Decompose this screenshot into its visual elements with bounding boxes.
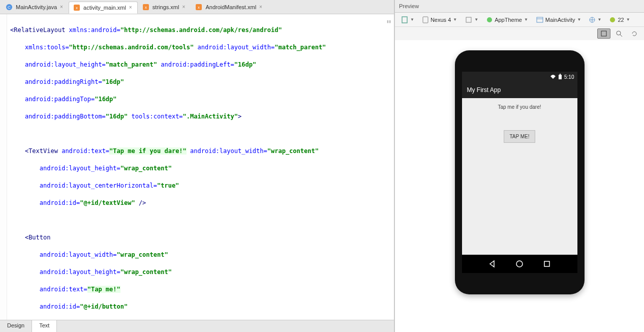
close-icon[interactable]: × <box>259 5 263 9</box>
chevron-down-icon: ▼ <box>626 17 630 22</box>
orientation-icon <box>465 16 472 23</box>
app-bar: My First App <box>462 82 577 98</box>
device-icon <box>422 16 428 23</box>
render-config-button[interactable]: ▼ <box>398 15 417 25</box>
tab-label: strings.xml <box>152 4 179 10</box>
app-content: Tap me if you dare! TAP ME! <box>462 98 577 255</box>
xml-file-icon: x <box>73 4 80 11</box>
svg-text:x: x <box>76 6 78 10</box>
status-bar: 5:10 <box>462 72 577 82</box>
svg-point-23 <box>516 261 523 267</box>
locale-selector[interactable]: ▼ <box>586 15 604 24</box>
wifi-icon <box>550 74 556 79</box>
svg-rect-21 <box>559 75 562 79</box>
chevron-down-icon: ▼ <box>597 17 601 22</box>
orientation-button[interactable]: ▼ <box>462 15 481 25</box>
preview-toolbar: ▼ Nexus 4 ▼ ▼ AppTheme ▼ MainActivity ▼ <box>395 13 644 27</box>
editor-bottom-tabs: Design Text <box>0 320 394 332</box>
svg-rect-10 <box>466 17 471 22</box>
theme-icon <box>486 17 493 23</box>
tab-label: AndroidManifest.xml <box>205 4 256 10</box>
tab-android-manifest-xml[interactable]: x AndroidManifest.xml × <box>191 1 268 13</box>
chevron-down-icon: ▼ <box>410 17 414 22</box>
editor-gutter <box>0 14 7 320</box>
svg-point-19 <box>617 31 621 35</box>
java-file-icon: C <box>6 4 13 11</box>
tab-strings-xml[interactable]: x strings.xml × <box>138 1 191 13</box>
svg-rect-8 <box>402 17 407 23</box>
nav-bar <box>462 255 577 273</box>
svg-rect-22 <box>560 74 561 75</box>
svg-rect-9 <box>423 17 428 23</box>
zoom-fit-button[interactable] <box>597 28 610 39</box>
tab-label: MainActivity.java <box>16 4 57 10</box>
preview-secondary-toolbar <box>395 27 644 40</box>
zoom-icon <box>616 30 623 37</box>
activity-label: MainActivity <box>545 17 575 23</box>
chevron-down-icon: ▼ <box>577 17 581 22</box>
globe-icon <box>589 17 595 23</box>
svg-point-11 <box>487 17 492 22</box>
device-label: Nexus 4 <box>431 17 451 23</box>
device-screen: 5:10 My First App Tap me if you dare! TA… <box>462 72 577 273</box>
code-editor[interactable]: ▮▮ <RelativeLayout xmlns:android="http:/… <box>0 14 394 320</box>
svg-text:x: x <box>198 6 200 9</box>
battery-icon <box>558 74 562 80</box>
app-title: My First App <box>467 86 501 94</box>
status-time: 5:10 <box>564 74 574 80</box>
svg-text:C: C <box>8 5 11 10</box>
nav-home-icon[interactable] <box>515 259 524 268</box>
preview-textview[interactable]: Tap me if you dare! <box>498 104 541 110</box>
tab-label: activity_main.xml <box>83 5 126 11</box>
api-selector[interactable]: 22 ▼ <box>606 15 633 24</box>
chevron-down-icon: ▼ <box>453 17 457 22</box>
activity-icon <box>536 17 543 23</box>
close-icon[interactable]: × <box>129 6 133 10</box>
xml-file-icon: x <box>142 4 149 11</box>
theme-selector[interactable]: AppTheme ▼ <box>483 15 531 24</box>
svg-rect-18 <box>601 31 606 36</box>
refresh-icon <box>631 30 638 37</box>
nav-back-icon[interactable] <box>487 259 497 268</box>
svg-rect-24 <box>544 261 549 266</box>
theme-label: AppTheme <box>495 17 522 23</box>
api-label: 22 <box>618 17 624 23</box>
tab-main-activity-java[interactable]: C MainActivity.java × <box>1 1 69 13</box>
design-tab[interactable]: Design <box>0 320 32 332</box>
zoom-button[interactable] <box>612 28 626 39</box>
device-frame: 5:10 My First App Tap me if you dare! TA… <box>455 50 585 294</box>
split-grip-icon[interactable]: ▮▮ <box>386 17 391 26</box>
text-tab[interactable]: Text <box>32 320 57 332</box>
preview-button[interactable]: TAP ME! <box>504 130 535 143</box>
nav-recent-icon[interactable] <box>542 259 551 268</box>
close-icon[interactable]: × <box>182 5 186 9</box>
svg-text:x: x <box>145 6 147 9</box>
page-icon <box>401 16 408 23</box>
preview-panel-title: Preview <box>395 0 644 13</box>
editor-tab-bar: C MainActivity.java × x activity_main.xm… <box>0 0 394 14</box>
chevron-down-icon: ▼ <box>524 17 528 22</box>
chevron-down-icon: ▼ <box>474 17 478 22</box>
refresh-button[interactable] <box>628 28 641 39</box>
svg-line-20 <box>620 35 622 37</box>
preview-canvas[interactable]: 5:10 My First App Tap me if you dare! TA… <box>395 40 644 332</box>
activity-selector[interactable]: MainActivity ▼ <box>533 15 585 24</box>
tab-activity-main-xml[interactable]: x activity_main.xml × <box>69 2 138 14</box>
android-icon <box>609 17 616 23</box>
code-content[interactable]: <RelativeLayout xmlns:android="http://sc… <box>0 14 394 320</box>
fit-icon <box>600 30 607 37</box>
svg-rect-12 <box>537 17 543 22</box>
xml-file-icon: x <box>195 4 202 11</box>
close-icon[interactable]: × <box>60 5 64 9</box>
svg-point-17 <box>610 17 615 22</box>
device-selector[interactable]: Nexus 4 ▼ <box>419 15 460 25</box>
